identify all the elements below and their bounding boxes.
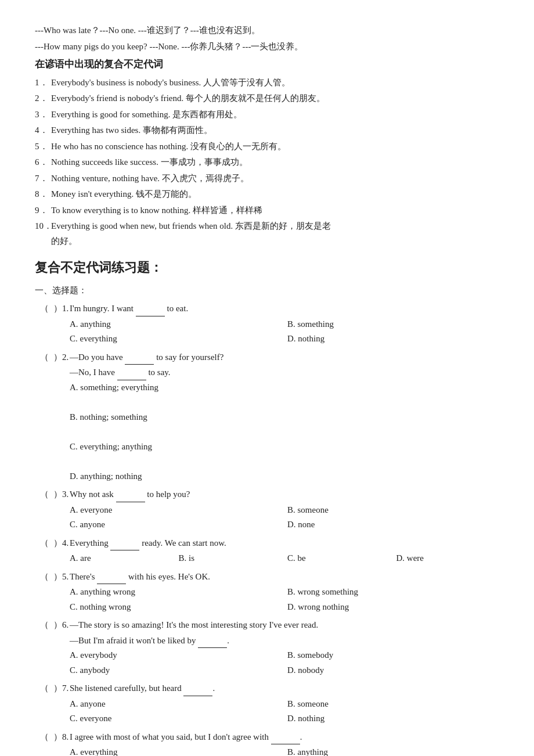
paren: （ <box>35 536 53 551</box>
q-text-cont: —But I'm afraid it won't be liked by . <box>35 633 499 649</box>
section1-label: 一、选择题： <box>35 283 499 298</box>
paren: （ <box>35 570 53 585</box>
question-block-5: （ ）5. There's with his eyes. He's OK. A.… <box>35 570 499 615</box>
option-c: C. be <box>287 551 391 566</box>
options-grid: A. anything wrong B. wrong something C. … <box>35 585 499 614</box>
q-text: I'm hungry. I want to eat. <box>70 301 499 316</box>
question-block-6: （ ）6. —The story is so amazing! It's the… <box>35 618 499 678</box>
question-row: （ ）4. Everything ready. We can start now… <box>35 536 499 551</box>
paren: （ <box>35 350 53 365</box>
list-item: 8．Money isn't everything. 钱不是万能的。 <box>35 187 499 202</box>
list-item: 5．He who has no conscience has nothing. … <box>35 139 499 154</box>
q-num: ）6. <box>53 618 70 633</box>
q-num: ）5. <box>53 570 70 585</box>
question-block-7: （ ）7. She listened carefully, but heard … <box>35 681 499 726</box>
option-a: A. everyone <box>70 503 282 518</box>
q-num: ）8. <box>53 730 70 745</box>
question-row: （ ）7. She listened carefully, but heard … <box>35 681 499 696</box>
paren: （ <box>35 618 53 633</box>
option-d: D. wrong nothing <box>287 600 499 615</box>
option-d: D. were <box>396 551 500 566</box>
question-row: （ ）8. I agree with most of what you said… <box>35 730 499 745</box>
q-text: She listened carefully, but heard . <box>70 681 499 696</box>
question-row: （ ）3. Why not ask to help you? <box>35 487 499 502</box>
options-grid: A. anyone B. someone C. everyone D. noth… <box>35 697 499 726</box>
question-row: （ ）1. I'm hungry. I want to eat. <box>35 301 499 316</box>
q-text: —The story is so amazing! It's the most … <box>70 618 499 633</box>
intro-section: ---Who was late？---No one. ---谁迟到了？---谁也… <box>35 23 499 249</box>
option-a: A. everybody <box>70 648 282 663</box>
q-text: I agree with most of what you said, but … <box>70 730 499 745</box>
question-block-3: （ ）3. Why not ask to help you? A. everyo… <box>35 487 499 532</box>
paren: （ <box>35 487 53 502</box>
list-item: 2．Everybody's friend is nobody's friend.… <box>35 91 499 106</box>
paren: （ <box>35 730 53 745</box>
option-d: D. nothing <box>287 711 499 726</box>
option-c: C. everything <box>70 332 282 347</box>
paren: （ <box>35 681 53 696</box>
option-b: B. somebody <box>287 648 499 663</box>
q-text: Why not ask to help you? <box>70 487 499 502</box>
option-d: D. none <box>287 517 499 532</box>
proverb-section-title: 在谚语中出现的复合不定代词 <box>35 56 499 73</box>
option-a: A. anything wrong <box>70 585 282 600</box>
option-c: C. everyone <box>70 711 282 726</box>
option-a: A. are <box>70 551 173 566</box>
intro-line-2: ---How many pigs do you keep? ---None. -… <box>35 39 499 55</box>
q-num: ）3. <box>53 487 70 502</box>
q-text: Everything ready. We can start now. <box>70 536 499 551</box>
option-d: D. anything; nothing <box>70 469 499 484</box>
q-text: —Do you have to say for yourself? <box>70 350 499 365</box>
option-a: A. anyone <box>70 697 282 712</box>
list-item: 1．Everybody's business is nobody's busin… <box>35 75 499 91</box>
option-b: B. someone <box>287 697 499 712</box>
option-b: B. is <box>179 551 282 566</box>
question-block-1: （ ）1. I'm hungry. I want to eat. A. anyt… <box>35 301 499 347</box>
option-b: B. wrong something <box>287 585 499 600</box>
q-text: There's with his eyes. He's OK. <box>70 570 499 585</box>
options-grid: A. anything B. something C. everything D… <box>35 317 499 347</box>
exercise-title: 复合不定代词练习题： <box>35 257 499 278</box>
proverb-list: 1．Everybody's business is nobody's busin… <box>35 75 499 249</box>
question-row: （ ）6. —The story is so amazing! It's the… <box>35 618 499 633</box>
options-grid-4: A. are B. is C. be D. were <box>35 551 499 566</box>
q-text-cont: —No, I have to say. <box>35 365 499 380</box>
list-item: 6．Nothing succeeds like success. 一事成功，事事… <box>35 155 499 170</box>
option-a: A. anything <box>70 317 282 332</box>
options-grid: A. everybody B. somebody C. anybody D. n… <box>35 648 499 678</box>
list-item: 4．Everything has two sides. 事物都有两面性。 <box>35 123 499 138</box>
q-num: ）2. <box>53 350 70 365</box>
option-c: C. nothing wrong <box>70 600 282 615</box>
question-block-8: （ ）8. I agree with most of what you said… <box>35 730 499 756</box>
option-b: B. nothing; something <box>70 410 499 425</box>
q-num: ）7. <box>53 681 70 696</box>
list-item: 9．To know everything is to know nothing.… <box>35 203 499 218</box>
intro-line-1: ---Who was late？---No one. ---谁迟到了？---谁也… <box>35 23 499 38</box>
list-item: 3．Everything is good for something. 是东西都… <box>35 107 499 123</box>
question-row: （ ）5. There's with his eyes. He's OK. <box>35 570 499 585</box>
question-block-4: （ ）4. Everything ready. We can start now… <box>35 536 499 566</box>
question-block-2: （ ）2. —Do you have to say for yourself? … <box>35 350 499 484</box>
options-list: A. something; everything B. nothing; som… <box>35 380 499 484</box>
option-a: A. something; everything <box>70 380 499 395</box>
option-c: C. everything; anything <box>70 440 499 455</box>
q-num: ）4. <box>53 536 70 551</box>
q-num: ）1. <box>53 301 70 316</box>
list-item: 7．Nothing venture, nothing have. 不入虎穴，焉得… <box>35 171 499 186</box>
option-d: D. nothing <box>287 332 499 347</box>
option-b: B. someone <box>287 503 499 518</box>
option-c: C. anybody <box>70 663 282 678</box>
option-a: A. everything <box>70 745 282 756</box>
question-row: （ ）2. —Do you have to say for yourself? <box>35 350 499 365</box>
option-c: C. anyone <box>70 517 282 532</box>
option-b: B. anything <box>287 745 499 756</box>
option-d: D. nobody <box>287 663 499 678</box>
paren: （ <box>35 301 53 316</box>
option-b: B. something <box>287 317 499 332</box>
options-grid: A. everyone B. someone C. anyone D. none <box>35 503 499 532</box>
list-item: 10．Everything is good when new, but frie… <box>35 219 499 249</box>
exercise-section: 复合不定代词练习题： 一、选择题： （ ）1. I'm hungry. I wa… <box>35 257 499 756</box>
options-grid: A. everything B. anything C. something D… <box>35 745 499 756</box>
